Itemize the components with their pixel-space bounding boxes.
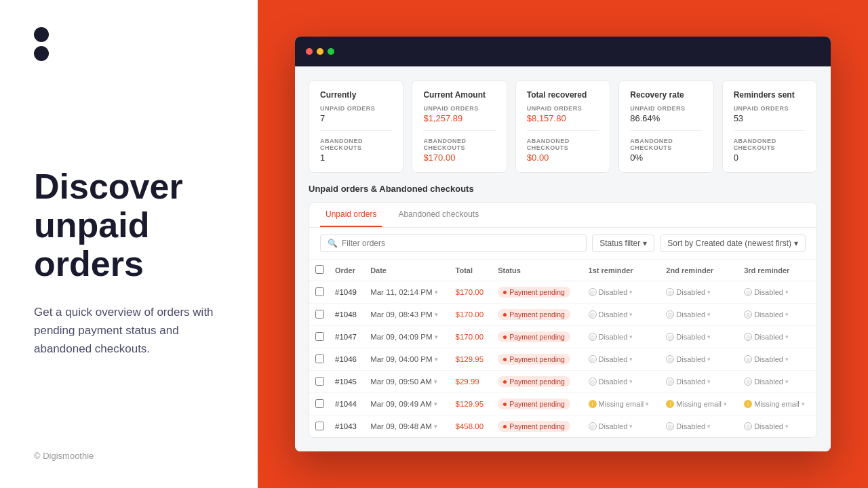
- reminder-disabled-icon: ◎: [589, 310, 597, 319]
- stat-label-1-0: UNPAID ORDERS: [423, 105, 495, 112]
- sort-button[interactable]: Sort by Created date (newest first) ▾: [660, 235, 806, 252]
- missing-email-icon: !: [589, 400, 597, 408]
- row-checkbox-5[interactable]: [309, 393, 330, 415]
- row-reminder-3-4: ◎ Disabled ▾: [738, 371, 816, 393]
- row-checkbox-1[interactable]: [309, 304, 330, 326]
- reminder-disabled-icon: ◎: [666, 333, 674, 341]
- reminder-chevron: ▾: [785, 356, 789, 363]
- stat-title-1: Current Amount: [423, 90, 495, 100]
- col-header-4: Status: [492, 260, 583, 281]
- search-box[interactable]: 🔍: [320, 235, 587, 252]
- row-reminder-1-1: ◎ Disabled ▾: [583, 304, 661, 326]
- logo: [34, 27, 224, 61]
- logo-dot-top: [34, 27, 49, 42]
- reminder-chevron: ▾: [785, 378, 789, 385]
- tab-1[interactable]: Abandoned checkouts: [393, 203, 484, 227]
- reminder-disabled-icon: ◎: [589, 378, 597, 386]
- reminder-chevron: ▾: [707, 423, 711, 430]
- right-panel: CurrentlyUNPAID ORDERS7ABANDONED CHECKOU…: [258, 0, 868, 488]
- sort-chevron-icon: ▾: [794, 239, 798, 248]
- stat-label-4-1: ABANDONED CHECKOUTS: [734, 138, 806, 151]
- col-header-7: 3rd reminder: [738, 260, 816, 281]
- search-icon: 🔍: [328, 239, 338, 248]
- row-date-4: Mar 09, 09:50 AM ▾: [365, 371, 450, 393]
- table-header-row: OrderDateTotalStatus1st reminder2nd remi…: [309, 260, 816, 281]
- left-content: Discover unpaid orders Get a quick overv…: [34, 61, 224, 451]
- reminder-chevron: ▾: [629, 356, 633, 363]
- row-reminder-2-3: ◎ Disabled ▾: [660, 348, 738, 371]
- row-reminder-2-1: ◎ Disabled ▾: [660, 304, 738, 326]
- reminder-chevron: ▾: [646, 401, 649, 407]
- row-reminder-2-2: ◎ Disabled ▾: [660, 326, 738, 348]
- table-row: #1045Mar 09, 09:50 AM ▾$29.99Payment pen…: [309, 371, 816, 393]
- stat-value-1-1: $170.00: [423, 152, 495, 163]
- reminder-chevron: ▾: [629, 289, 633, 296]
- row-order-0: #1049: [330, 281, 365, 304]
- reminder-chevron: ▾: [724, 401, 727, 407]
- missing-email-icon: !: [666, 400, 674, 408]
- row-reminder-2-0: ◎ Disabled ▾: [660, 281, 738, 304]
- row-checkbox-2[interactable]: [309, 326, 330, 348]
- row-reminder-1-4: ◎ Disabled ▾: [583, 371, 661, 393]
- reminder-disabled-icon: ◎: [589, 333, 597, 341]
- table-row: #1049Mar 11, 02:14 PM ▾$170.00Payment pe…: [309, 281, 816, 304]
- table-row: #1046Mar 09, 04:00 PM ▾$129.95Payment pe…: [309, 348, 816, 371]
- main-description: Get a quick overview of orders with pend…: [34, 303, 224, 359]
- reminder-disabled-icon: ◎: [666, 288, 674, 296]
- reminder-disabled-icon: ◎: [589, 422, 597, 430]
- reminder-disabled-icon: ◎: [744, 355, 752, 363]
- stat-label-0-1: ABANDONED CHECKOUTS: [320, 138, 392, 151]
- stat-card-1: Current AmountUNPAID ORDERS$1,257.89ABAN…: [412, 80, 507, 173]
- table-row: #1048Mar 09, 08:43 PM ▾$170.00Payment pe…: [309, 304, 816, 326]
- row-reminder-3-5: ! Missing email ▾: [738, 393, 816, 415]
- row-checkbox-0[interactable]: [309, 281, 330, 304]
- row-order-3: #1046: [330, 348, 365, 371]
- stat-label-2-0: UNPAID ORDERS: [527, 105, 599, 112]
- row-order-4: #1045: [330, 371, 365, 393]
- stat-value-1-0: $1,257.89: [423, 113, 495, 123]
- reminder-chevron: ▾: [802, 401, 805, 407]
- row-checkbox-6[interactable]: [309, 415, 330, 438]
- stat-card-2: Total recoveredUNPAID ORDERS$8,157.80ABA…: [515, 80, 610, 173]
- row-reminder-3-0: ◎ Disabled ▾: [738, 281, 816, 304]
- row-order-1: #1048: [330, 304, 365, 326]
- footer-text: © Digismoothie: [34, 451, 224, 461]
- row-reminder-1-2: ◎ Disabled ▾: [583, 326, 661, 348]
- stat-value-4-0: 53: [734, 113, 806, 123]
- col-header-3: Total: [450, 260, 493, 281]
- tab-0[interactable]: Unpaid orders: [320, 203, 382, 227]
- select-all-checkbox[interactable]: [315, 265, 324, 274]
- row-checkbox-3[interactable]: [309, 348, 330, 371]
- row-checkbox-4[interactable]: [309, 371, 330, 393]
- reminder-disabled-icon: ◎: [744, 333, 752, 341]
- row-order-6: #1043: [330, 415, 365, 438]
- table-panel: Unpaid ordersAbandoned checkouts 🔍 Statu…: [309, 202, 817, 438]
- col-header-1: Order: [330, 260, 365, 281]
- stat-title-0: Currently: [320, 90, 392, 100]
- stat-value-3-0: 86.64%: [630, 113, 702, 123]
- stat-label-3-0: UNPAID ORDERS: [630, 105, 702, 112]
- table-row: #1044Mar 09, 09:49 AM ▾$129.95Payment pe…: [309, 393, 816, 415]
- stats-row: CurrentlyUNPAID ORDERS7ABANDONED CHECKOU…: [309, 80, 817, 173]
- app-topbar: [295, 37, 831, 66]
- stat-label-1-1: ABANDONED CHECKOUTS: [423, 138, 495, 151]
- reminder-disabled-icon: ◎: [744, 310, 752, 319]
- reminder-disabled-icon: ◎: [589, 355, 597, 363]
- reminder-chevron: ▾: [629, 378, 633, 385]
- section-title: Unpaid orders & Abandoned checkouts: [309, 184, 817, 194]
- orders-table: OrderDateTotalStatus1st reminder2nd remi…: [309, 260, 816, 437]
- row-order-5: #1044: [330, 393, 365, 415]
- reminder-disabled-icon: ◎: [666, 422, 674, 430]
- reminder-chevron: ▾: [629, 423, 633, 430]
- search-input[interactable]: [342, 239, 579, 248]
- row-date-1: Mar 09, 08:43 PM ▾: [365, 304, 450, 326]
- stat-card-4: Reminders sentUNPAID ORDERS53ABANDONED C…: [722, 80, 817, 173]
- reminder-disabled-icon: ◎: [589, 288, 597, 296]
- row-total-1: $170.00: [450, 304, 493, 326]
- stat-title-2: Total recovered: [527, 90, 599, 100]
- tabs: Unpaid ordersAbandoned checkouts: [309, 203, 816, 228]
- status-filter-button[interactable]: Status filter ▾: [592, 235, 654, 252]
- table-toolbar: 🔍 Status filter ▾ Sort by Created date (…: [309, 228, 816, 260]
- row-reminder-1-3: ◎ Disabled ▾: [583, 348, 661, 371]
- reminder-chevron: ▾: [785, 333, 789, 340]
